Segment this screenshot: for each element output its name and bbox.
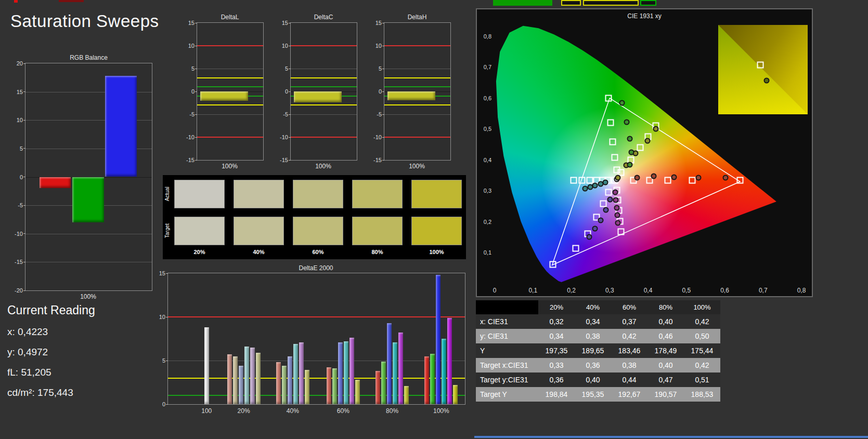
swatch-column-label: 100% <box>411 249 462 255</box>
bar <box>200 91 248 101</box>
table-cell: 0,50 <box>684 329 720 343</box>
y-tick-mark <box>195 114 197 115</box>
table-cell: 0,47 <box>647 373 684 387</box>
color-swatch <box>293 180 343 208</box>
measured-point <box>615 175 621 181</box>
x-axis-tick-label: 0,2 <box>567 287 576 294</box>
bar <box>338 342 343 404</box>
y-axis-tick-label: 10 <box>17 117 23 123</box>
target-square <box>550 261 556 268</box>
bar <box>256 353 261 404</box>
x-axis-tick-label: 0,8 <box>797 287 806 294</box>
y-axis-tick-label: 5 <box>20 145 23 152</box>
y-tick-mark <box>382 69 384 69</box>
x-axis-label: 100% <box>25 293 151 300</box>
limit-line <box>291 86 357 87</box>
table-cell: 192,67 <box>611 387 647 402</box>
table-header-cell: 20% <box>538 300 575 314</box>
y-axis-tick-label: 5 <box>162 357 165 364</box>
gridline <box>197 114 263 115</box>
bar <box>250 348 255 404</box>
x-axis-tick-label: 0,7 <box>759 287 768 294</box>
delta-e-2000-plot: 05101510020%40%60%80%100% <box>167 273 465 405</box>
toolbar-fragment[interactable] <box>561 0 581 6</box>
measured-point <box>624 119 630 125</box>
limit-line <box>197 137 263 138</box>
app-window: Saturation Sweeps RGB Balance -20-15-10-… <box>0 0 868 439</box>
toolbar-fragment[interactable] <box>493 0 552 6</box>
limit-line <box>384 77 450 78</box>
table-row-label: Target Y <box>476 387 538 402</box>
target-square <box>757 62 763 69</box>
y-tick-mark <box>23 120 25 121</box>
bar <box>393 342 397 404</box>
y-tick-mark <box>382 23 384 23</box>
y-tick-mark <box>23 233 25 234</box>
y-axis-tick-label: 0 <box>191 88 195 95</box>
delta-c-chart: DeltaC -15-10-5051015 100% <box>270 14 359 170</box>
measured-point <box>651 173 657 179</box>
x-axis-label: 100% <box>384 163 450 170</box>
x-axis-tick-label: 0,4 <box>644 287 653 294</box>
table-cell: 0,40 <box>647 358 684 373</box>
measured-point <box>696 175 702 181</box>
toolbar-fragment[interactable] <box>583 0 639 6</box>
y-tick-mark <box>195 160 197 161</box>
bar <box>239 366 243 404</box>
current-reading-fl: fL: 51,205 <box>7 367 95 378</box>
toolbar-fragment[interactable] <box>640 0 656 6</box>
target-square <box>607 119 614 126</box>
swatch-comparison-panel: ActualTarget20%40%60%80%100% <box>163 175 466 259</box>
bar <box>293 344 298 404</box>
color-swatch <box>411 217 462 245</box>
y-tick-mark <box>23 262 25 262</box>
measured-point <box>592 226 598 232</box>
toolbar-fragment <box>14 0 18 3</box>
color-swatch <box>174 180 225 208</box>
y-axis-tick-label: 15 <box>159 270 165 276</box>
gridline <box>25 262 152 262</box>
measured-point <box>587 184 593 190</box>
rgb-balance-chart: RGB Balance -20-15-10-505101520 100% <box>5 54 153 302</box>
y-axis-tick-label: 0,2 <box>484 219 491 225</box>
measured-point <box>722 175 728 181</box>
bar <box>294 91 341 102</box>
color-swatch <box>234 180 284 208</box>
table-cell: 0,42 <box>611 329 647 343</box>
x-axis-tick-label: 0,6 <box>720 287 729 294</box>
x-axis-tick-label: 100 <box>201 407 212 415</box>
table-cell: 0,34 <box>575 314 611 329</box>
limit-line <box>168 378 465 379</box>
y-tick-mark <box>382 114 384 115</box>
table-cell: 188,53 <box>684 387 720 402</box>
y-axis-tick-label: -5 <box>189 111 195 117</box>
table-cell: 178,49 <box>647 343 684 358</box>
measured-point <box>598 181 603 187</box>
y-axis-tick-label: -5 <box>18 202 23 208</box>
limit-line <box>384 104 450 105</box>
y-tick-mark <box>23 205 25 206</box>
measured-point <box>582 185 588 191</box>
current-reading-panel: Current Reading x: 0,4223 y: 0,4972 fL: … <box>7 303 95 398</box>
y-axis-tick-label: -15 <box>373 157 382 163</box>
limit-line <box>384 137 450 138</box>
measured-point <box>603 179 608 185</box>
toolbar-fragment <box>59 0 84 2</box>
bar <box>381 362 386 404</box>
target-square <box>573 245 579 251</box>
gridline <box>384 114 450 115</box>
y-tick-mark <box>382 160 384 161</box>
table-header-cell: 40% <box>575 300 611 314</box>
measured-point <box>634 175 640 181</box>
bar <box>288 356 292 404</box>
delta-h-chart: DeltaH -15-10-5051015 100% <box>364 14 452 170</box>
table-cell: 195,35 <box>575 387 611 402</box>
bar <box>447 318 452 404</box>
measured-point <box>612 189 618 195</box>
bar <box>276 362 281 404</box>
table-cell: 0,42 <box>684 358 720 373</box>
page-title: Saturation Sweeps <box>10 11 159 31</box>
table-cell: 0,32 <box>538 314 575 329</box>
bar <box>344 341 348 404</box>
bar <box>299 342 304 404</box>
